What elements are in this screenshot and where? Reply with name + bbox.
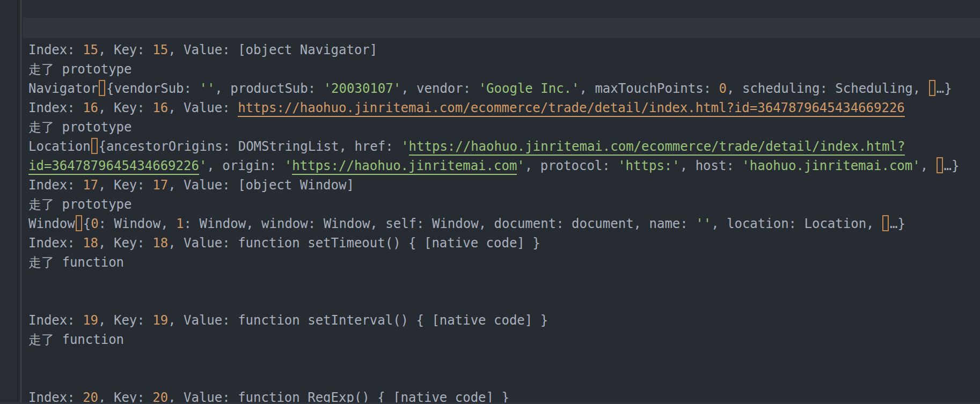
log-text: …}: [890, 216, 905, 231]
log-text: Location: [28, 139, 91, 154]
number-literal: 19: [152, 313, 168, 328]
devtools-console-panel: Index: 15, Key: 15, Value: [object Navig…: [0, 0, 980, 404]
expand-toggle-box[interactable]: [91, 138, 98, 154]
log-text: Navigator: [28, 81, 98, 96]
console-line: 走了 prototype: [28, 195, 980, 214]
string-literal: '20030107': [324, 81, 401, 96]
log-text: , maxTouchPoints:: [579, 81, 719, 96]
console-line: Window{0: Window, 1: Window, window: Win…: [28, 214, 980, 233]
console-line: 走了 prototype: [28, 60, 980, 79]
string-literal: 'Google Inc.': [479, 81, 580, 96]
log-text: 走了 prototype: [28, 120, 132, 135]
string-literal: 'https:': [618, 158, 680, 173]
log-text: {vendorSub:: [106, 81, 199, 96]
number-literal: 18: [152, 236, 168, 251]
log-text: , host:: [680, 158, 742, 173]
console-output: Index: 15, Key: 15, Value: [object Navig…: [28, 40, 980, 404]
string-literal: ': [199, 158, 207, 173]
number-literal: 0: [91, 216, 98, 231]
log-text: : Window,: [99, 216, 177, 231]
log-text: Index:: [28, 236, 83, 251]
log-text: ,: [920, 158, 936, 173]
log-text: {: [83, 216, 91, 231]
number-literal: 15: [83, 42, 98, 57]
log-text: 走了 prototype: [28, 62, 132, 77]
log-text: Index:: [28, 313, 83, 328]
string-literal: '': [199, 81, 215, 96]
log-text: , scheduling: Scheduling,: [727, 81, 928, 96]
expand-toggle-box[interactable]: [937, 157, 943, 173]
console-line: Location{ancestorOrigins: DOMStringList,…: [28, 137, 980, 156]
url-string-link[interactable]: https://haohuo.jinritemai.com: [292, 158, 517, 175]
log-text: 走了 function: [28, 255, 124, 270]
number-literal: 19: [83, 313, 98, 328]
string-literal: '': [696, 216, 711, 231]
number-literal: 17: [152, 178, 168, 193]
gutter-groove-line: [17, 0, 18, 404]
string-literal: ': [401, 139, 408, 154]
string-literal: ': [517, 158, 524, 173]
url-string-link[interactable]: id=3647879645434669226: [28, 158, 199, 175]
console-top-row: [23, 0, 980, 18]
log-text: , Value: [object Navigator]: [168, 42, 377, 57]
console-line: 走了 function: [28, 330, 980, 349]
log-text: Index:: [28, 178, 83, 193]
console-line: 走了 prototype: [28, 117, 980, 137]
log-text: Window: [28, 216, 75, 231]
log-text: {ancestorOrigins: DOMStringList, href:: [99, 139, 401, 154]
log-text: , Value:: [168, 100, 238, 115]
log-text: , protocol:: [525, 158, 618, 173]
console-line: Navigator{vendorSub: '', productSub: '20…: [28, 79, 980, 98]
log-text: , origin:: [207, 158, 284, 173]
log-text: , Value: [object Window]: [168, 178, 354, 193]
console-line: [28, 291, 980, 311]
console-line: Index: 19, Key: 19, Value: function setI…: [28, 311, 980, 330]
log-text: , location: Location,: [711, 216, 882, 231]
console-line: [28, 349, 980, 369]
log-text: , Key:: [98, 178, 152, 193]
log-text: , Key:: [98, 236, 152, 251]
string-literal: 'haohuo.jinritemai.com': [742, 158, 920, 173]
number-literal: 16: [152, 100, 168, 115]
log-text: 走了 function: [28, 332, 124, 347]
log-text: 走了 prototype: [28, 197, 132, 212]
log-text: , Value: function setInterval() { [nativ…: [168, 313, 548, 328]
console-line: Index: 16, Key: 16, Value: https://haohu…: [28, 98, 980, 117]
number-literal: 1: [176, 216, 184, 231]
expand-toggle-box[interactable]: [929, 80, 935, 96]
console-line: 走了 function: [28, 253, 980, 272]
number-literal: 18: [83, 236, 98, 251]
log-text: …}: [937, 81, 952, 96]
expand-toggle-box[interactable]: [99, 80, 105, 96]
log-text: , productSub:: [215, 81, 323, 96]
url-string-link[interactable]: https://haohuo.jinritemai.com/ecommerce/…: [409, 139, 905, 156]
url-link[interactable]: https://haohuo.jinritemai.com/ecommerce/…: [238, 100, 905, 117]
string-literal: ': [284, 158, 292, 173]
log-text: …}: [944, 158, 960, 173]
console-line: [28, 369, 980, 388]
console-line: id=3647879645434669226', origin: 'https:…: [28, 156, 980, 175]
number-literal: 0: [719, 81, 727, 96]
console-highlighted-empty-row: [23, 18, 980, 38]
console-line: [28, 272, 980, 291]
log-text: Index:: [28, 42, 83, 57]
console-gutter: [0, 0, 21, 404]
log-text: : Window, window: Window, self: Window, …: [184, 216, 696, 231]
console-line: Index: 17, Key: 17, Value: [object Windo…: [28, 175, 980, 195]
log-text: , Key:: [98, 313, 152, 328]
log-text: , vendor:: [401, 81, 479, 96]
expand-toggle-box[interactable]: [882, 215, 889, 231]
number-literal: 16: [83, 100, 98, 115]
log-text: , Key:: [98, 42, 152, 57]
console-line: Index: 20, Key: 20, Value: function RegE…: [28, 388, 980, 404]
expand-toggle-box[interactable]: [76, 215, 82, 231]
number-literal: 17: [83, 178, 98, 193]
number-literal: 15: [152, 42, 168, 57]
console-line: Index: 18, Key: 18, Value: function setT…: [28, 233, 980, 253]
log-text: Index:: [28, 100, 83, 115]
console-line: Index: 15, Key: 15, Value: [object Navig…: [28, 40, 980, 60]
log-text: , Key:: [98, 100, 152, 115]
log-text: , Value: function setTimeout() { [native…: [168, 236, 540, 251]
